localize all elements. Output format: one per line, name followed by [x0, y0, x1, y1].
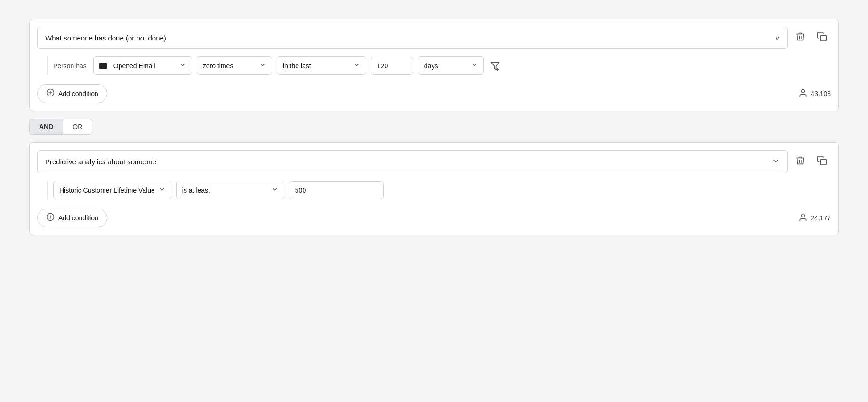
card2-condition-outer: Historic Customer Lifetime Value is at l…: [30, 181, 838, 203]
card1-copy-button[interactable]: [815, 30, 829, 46]
card1-person-icon: [798, 88, 808, 99]
page-container: What someone has done (or not done) ∨: [10, 9, 858, 252]
card1-header-icons: [793, 30, 831, 46]
card1-type-select[interactable]: What someone has done (or not done) ∨: [37, 27, 788, 49]
card2-type-label: Predictive analytics about someone: [45, 158, 156, 166]
card2-count-display: 24,177: [798, 213, 831, 224]
card2-type-select[interactable]: Predictive analytics about someone: [37, 150, 788, 173]
card1-unit-value: days: [424, 62, 467, 70]
card2-copy-button[interactable]: [815, 153, 829, 170]
card1-period-value: in the last: [283, 62, 350, 70]
card1-delete-button[interactable]: [793, 30, 807, 46]
card1-frequency-value: zero times: [203, 62, 256, 70]
card1-number-input[interactable]: [371, 57, 413, 75]
card1-period-select[interactable]: in the last: [277, 56, 366, 75]
card2-condition-row: Historic Customer Lifetime Value is at l…: [53, 181, 384, 199]
card2-add-condition-label: Add condition: [58, 214, 98, 222]
card1-unit-chevron-icon: [471, 62, 478, 70]
card1-frequency-chevron-icon: [259, 62, 266, 70]
card1-vertical-line: [47, 56, 48, 75]
card1-person-has-label: Person has: [53, 62, 88, 70]
card1-chevron-icon: ∨: [775, 34, 780, 42]
card1-frequency-select[interactable]: zero times: [197, 56, 272, 75]
card1-plus-icon: [46, 88, 55, 99]
card2-metric-chevron-icon: [159, 186, 165, 194]
card2-plus-icon: [46, 213, 55, 223]
trash-icon: [795, 32, 805, 44]
card2-vertical-line: [47, 181, 48, 199]
card2-add-condition-button[interactable]: Add condition: [37, 209, 107, 227]
copy-icon-2: [817, 155, 827, 168]
card1-count-display: 43,103: [798, 88, 831, 99]
logic-toggle: AND OR: [29, 119, 839, 135]
card1-condition-outer: Person has Opened Email zero times in th…: [30, 56, 838, 79]
card2-header-row: Predictive analytics about someone: [30, 143, 838, 181]
card1-event-select[interactable]: Opened Email: [93, 56, 192, 75]
card1-condition-row: Person has Opened Email zero times in th…: [53, 56, 502, 75]
condition-card-1: What someone has done (or not done) ∨: [29, 19, 839, 111]
card1-event-value: Opened Email: [113, 62, 176, 70]
card2-metric-value: Historic Customer Lifetime Value: [59, 186, 155, 194]
trash-icon-2: [795, 155, 805, 168]
card1-unit-select[interactable]: days: [418, 56, 484, 75]
svg-point-12: [802, 214, 805, 217]
card1-period-chevron-icon: [354, 62, 360, 70]
card1-event-chevron-icon: [179, 62, 186, 70]
card1-filter-button[interactable]: [489, 59, 502, 72]
card2-chevron-icon: [772, 157, 780, 166]
and-button[interactable]: AND: [29, 119, 63, 135]
card1-add-condition-button[interactable]: Add condition: [37, 84, 107, 103]
card2-count: 24,177: [811, 214, 831, 222]
card1-footer: Add condition 43,103: [30, 79, 838, 111]
card1-header-row: What someone has done (or not done) ∨: [30, 19, 838, 56]
condition-card-2: Predictive analytics about someone: [29, 142, 839, 235]
card1-add-condition-label: Add condition: [58, 90, 98, 97]
copy-icon: [817, 32, 827, 44]
or-button[interactable]: OR: [63, 119, 92, 135]
svg-point-7: [802, 89, 805, 93]
card2-metric-select[interactable]: Historic Customer Lifetime Value: [53, 181, 171, 199]
card2-delete-button[interactable]: [793, 153, 807, 170]
card1-type-label: What someone has done (or not done): [45, 34, 166, 42]
card2-person-icon: [798, 213, 808, 224]
card2-operator-chevron-icon: [272, 186, 278, 194]
card2-footer: Add condition 24,177: [30, 203, 838, 235]
card1-count: 43,103: [811, 90, 831, 97]
card2-header-icons: [793, 153, 831, 170]
svg-rect-8: [820, 159, 826, 165]
svg-marker-1: [491, 62, 499, 69]
card2-operator-value: is at least: [182, 186, 268, 194]
email-icon-sq: [99, 63, 107, 69]
svg-rect-0: [820, 35, 826, 41]
card2-number-input[interactable]: [289, 181, 384, 199]
card2-operator-select[interactable]: is at least: [176, 181, 284, 199]
